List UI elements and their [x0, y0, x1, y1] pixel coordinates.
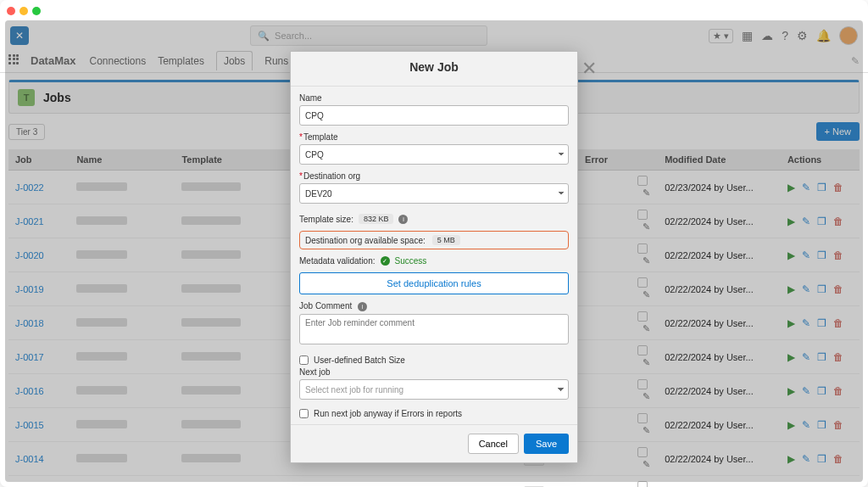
- info-icon[interactable]: i: [398, 215, 408, 224]
- metadata-status: Success: [395, 256, 427, 266]
- save-button[interactable]: Save: [524, 434, 569, 454]
- template-label: Template: [299, 132, 569, 142]
- next-job-select[interactable]: Select next job for running: [299, 379, 569, 400]
- comment-label: Job Comment i: [299, 301, 569, 311]
- batch-size-checkbox[interactable]: [299, 355, 309, 365]
- maximize-window-icon[interactable]: [32, 7, 41, 15]
- check-icon: ✓: [381, 256, 390, 266]
- info-icon[interactable]: i: [358, 302, 367, 311]
- template-select[interactable]: CPQ: [299, 144, 569, 165]
- metadata-label: Metadata validation:: [299, 256, 376, 266]
- dedup-rules-button[interactable]: Set deduplication rules: [299, 272, 569, 294]
- new-job-modal: New Job Name Template CPQ Destination or…: [290, 51, 578, 463]
- minimize-window-icon[interactable]: [19, 7, 28, 15]
- window-controls: [0, 0, 868, 22]
- name-label: Name: [299, 93, 569, 103]
- available-space-row: Destination org available space: 5 MB: [299, 231, 569, 249]
- batch-size-label: User-defined Batch Size: [314, 355, 405, 365]
- template-size-label: Template size:: [299, 215, 353, 224]
- close-window-icon[interactable]: [7, 7, 15, 15]
- next-job-label: Next job: [299, 367, 569, 377]
- available-space-value: 5 MB: [432, 235, 460, 245]
- run-anyway-checkbox[interactable]: [299, 409, 309, 418]
- comment-textarea[interactable]: [299, 314, 569, 344]
- modal-footer: Cancel Save: [291, 424, 577, 462]
- metadata-validation-row: Metadata validation: ✓ Success: [299, 253, 569, 269]
- modal-close-button[interactable]: ✕: [581, 58, 597, 80]
- cancel-button[interactable]: Cancel: [468, 434, 519, 454]
- available-space-label: Destination org available space:: [305, 236, 426, 245]
- run-anyway-label: Run next job anyway if Errors in reports: [314, 409, 462, 418]
- row-checkbox[interactable]: [637, 481, 648, 487]
- dest-org-select[interactable]: DEV20: [299, 183, 569, 204]
- name-input[interactable]: [299, 105, 569, 126]
- template-size-value: 832 KB: [359, 214, 394, 224]
- modal-body: Name Template CPQ Destination org DEV20 …: [291, 87, 577, 424]
- dest-org-label: Destination org: [299, 171, 569, 181]
- template-size-row: Template size: 832 KB i: [299, 210, 569, 227]
- modal-title: New Job: [291, 52, 577, 87]
